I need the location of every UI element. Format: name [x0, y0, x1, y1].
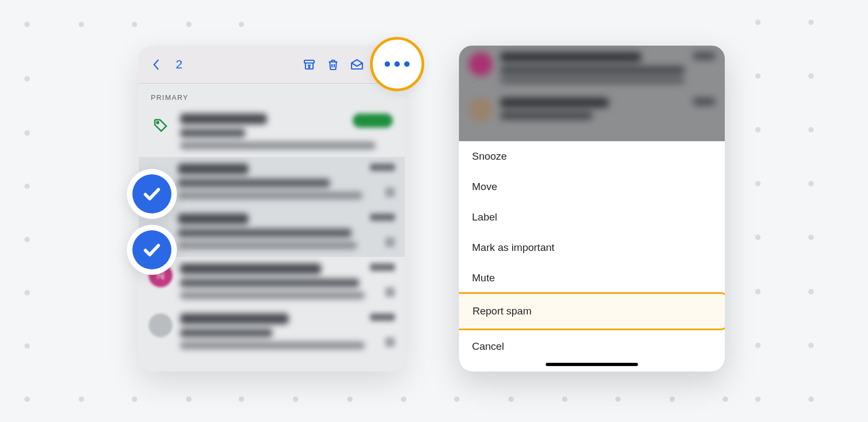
email-row-dimmed: [459, 91, 725, 129]
sheet-label: Label: [472, 211, 497, 223]
svg-point-4: [157, 122, 158, 123]
selection-check-icon: [127, 169, 177, 219]
tag-icon: [149, 114, 173, 137]
email-row[interactable]: [139, 307, 405, 357]
sheet-label: Mute: [472, 272, 495, 284]
sheet-item-snooze[interactable]: Snooze: [459, 141, 725, 172]
email-row-selected[interactable]: [139, 157, 405, 207]
section-header-primary: PRIMARY: [139, 84, 405, 107]
sheet-label: Mark as important: [472, 242, 554, 253]
more-options-icon: [385, 61, 410, 67]
category-row-promotions[interactable]: [139, 107, 405, 157]
home-indicator: [546, 363, 638, 366]
archive-button[interactable]: [297, 53, 321, 77]
sheet-item-mute[interactable]: Mute: [459, 263, 725, 293]
svg-rect-0: [304, 60, 314, 63]
selection-check-icon: [127, 225, 177, 275]
email-row-selected[interactable]: [139, 207, 405, 257]
sheet-item-label[interactable]: Label: [459, 202, 725, 232]
delete-button[interactable]: [321, 53, 345, 77]
sheet-label: Cancel: [472, 341, 504, 352]
more-options-button[interactable]: [370, 37, 424, 91]
sheet-label: Report spam: [459, 305, 532, 317]
action-sheet: Snooze Move Label Mark as important Mute…: [459, 141, 725, 371]
selected-count: 2: [176, 58, 182, 72]
sheet-label: Snooze: [472, 150, 507, 162]
phone-mockup-inbox: 2 PRIMARY: [139, 46, 405, 371]
mark-read-button[interactable]: [345, 53, 369, 77]
sheet-label: Move: [472, 181, 497, 192]
sheet-item-cancel[interactable]: Cancel: [459, 331, 725, 362]
selection-toolbar: 2: [139, 46, 405, 84]
sheet-item-move[interactable]: Move: [459, 172, 725, 202]
back-button[interactable]: [146, 55, 166, 74]
email-row-dimmed: [459, 46, 725, 91]
sheet-item-mark-important[interactable]: Mark as important: [459, 232, 725, 263]
sheet-item-report-spam[interactable]: Report spam: [459, 292, 725, 330]
phone-mockup-actionsheet: Snooze Move Label Mark as important Mute…: [459, 46, 725, 371]
email-row[interactable]: N: [139, 257, 405, 307]
avatar[interactable]: [149, 313, 173, 337]
new-badge: [353, 114, 393, 128]
